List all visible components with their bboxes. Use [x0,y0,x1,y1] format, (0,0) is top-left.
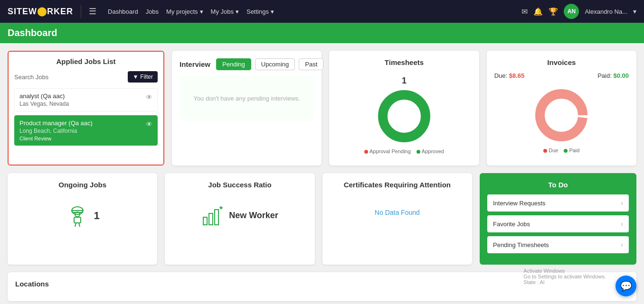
invoices-title: Invoices [494,58,629,66]
svg-line-9 [75,223,76,227]
chat-button[interactable]: 💬 [616,276,636,296]
todo-label-favorite: Favorite Jobs [493,221,530,228]
ongoing-count: 1 [94,210,100,222]
todo-label-interview: Interview Requests [493,200,546,207]
filter-icon: ▼ [133,74,138,80]
success-icon: ★ [201,204,224,227]
success-label: New Worker [229,211,278,221]
due-label: Due: [494,72,507,79]
todo-arrow-3: › [621,241,623,249]
filter-button[interactable]: ▼ Filter [128,71,158,83]
due-amount: $8.65 [509,72,525,79]
ongoing-jobs-card: Ongoing Jobs 1 [8,173,157,265]
job-item-1[interactable]: analyst (Qa aac) Las Vegas, Nevada 👁 [14,88,158,111]
row-3: Locations [8,272,636,301]
applied-jobs-card: Applied Jobs List Search Jobs ▼ Filter a… [8,51,164,166]
search-label: Search Jobs [14,74,48,81]
paid-label: Paid: [597,72,612,79]
job-item-2[interactable]: Product manager (Qa aac) Long Beach, Cal… [14,115,158,146]
paid-amount: $0.00 [613,72,629,79]
avatar[interactable]: AN [564,4,579,19]
timesheets-card: Timesheets 1 Approval Pending Approved [329,51,479,166]
interview-tabs: Interview Pending Upcoming Past [180,58,314,70]
svg-rect-12 [209,213,213,225]
nav-settings[interactable]: Settings ▾ [246,8,274,15]
nav-myjobs[interactable]: My Jobs ▾ [211,8,239,15]
interview-card: Interview Pending Upcoming Past You don'… [172,51,322,166]
svg-text:★: ★ [218,204,224,211]
nav-links: Dashboard Jobs My projects ▾ My Jobs ▾ S… [108,8,274,15]
timesheets-legend: Approval Pending Approved [364,148,444,154]
certificates-card: Certificates Requiring Attention No Data… [322,173,472,265]
timesheets-donut [376,88,433,145]
todo-item-pending-timesheets[interactable]: Pending Timesheets › [487,236,629,253]
todo-item-favorite-jobs[interactable]: Favorite Jobs › [487,215,629,232]
mail-icon[interactable]: ✉ [521,7,528,16]
ongoing-jobs-title: Ongoing Jobs [15,181,150,189]
invoices-donut-container: Due Paid [494,83,629,157]
svg-point-4 [548,102,575,129]
svg-line-10 [79,223,80,227]
locations-title: Locations [15,280,629,288]
job-location-1: Las Vegas, Nevada [19,101,69,107]
svg-point-1 [391,103,417,129]
job-title-1: analyst (Qa aac) [19,92,69,100]
page-header: Dashboard [0,23,644,43]
job-success-card: Job Success Ratio ★ New Worker [165,173,314,265]
job-success-title: Job Success Ratio [172,181,307,189]
nav-dashboard[interactable]: Dashboard [108,8,138,15]
bell-icon[interactable]: 🔔 [533,7,543,16]
nav-divider [81,5,81,18]
nav-right: ✉ 🔔 🏆 AN Alexandro Na... ▾ [521,4,636,19]
worker-icon [66,204,89,228]
job-title-2: Product manager (Qa aac) [19,120,93,127]
username-dropdown-icon[interactable]: ▾ [633,8,636,15]
timesheets-count: 1 [402,76,407,86]
main-content: Applied Jobs List Search Jobs ▼ Filter a… [0,43,644,304]
page-title: Dashboard [8,28,57,38]
trophy-icon[interactable]: 🏆 [549,7,558,16]
applied-jobs-title: Applied Jobs List [14,57,158,65]
job-list: analyst (Qa aac) Las Vegas, Nevada 👁 Pro… [14,88,158,146]
certificates-title: Certificates Requiring Attention [330,181,464,189]
tab-past[interactable]: Past [299,58,323,70]
svg-rect-11 [203,217,207,225]
success-section: ★ New Worker [172,194,307,236]
timesheets-title: Timesheets [337,58,471,66]
todo-card: To Do Interview Requests › Favorite Jobs… [480,173,636,265]
invoices-legend: Due Paid [543,147,579,153]
tab-pending[interactable]: Pending [216,58,251,70]
todo-arrow-1: › [621,199,623,207]
eye-icon-2[interactable]: 👁 [146,120,152,128]
username[interactable]: Alexandro Na... [585,8,627,15]
interview-empty: You don't have any pending interviews. [180,76,314,121]
timesheets-donut-container: 1 Approval Pending Approved [337,72,471,158]
svg-rect-8 [74,217,81,223]
hamburger-icon[interactable]: ☰ [89,6,96,17]
todo-item-interview-requests[interactable]: Interview Requests › [487,194,629,212]
invoices-card: Invoices Due: $8.65 Paid: $0.00 Due Paid [487,51,636,166]
todo-title: To Do [487,181,629,189]
interview-label: Interview [180,60,210,68]
row-1: Applied Jobs List Search Jobs ▼ Filter a… [8,51,636,166]
nav-myprojects[interactable]: My projects ▾ [166,8,203,15]
eye-icon-1[interactable]: 👁 [146,93,152,101]
job-location-2: Long Beach, California [19,128,93,134]
row-2: Ongoing Jobs 1 Job Success R [8,173,636,265]
worker-section: 1 [15,194,150,237]
no-data: No Data Found [330,194,464,230]
todo-arrow-2: › [621,220,623,228]
svg-rect-13 [215,210,218,225]
todo-label-pending: Pending Timesheets [493,241,549,249]
brand-logo: SITEW⬤RKER [8,6,73,17]
nav-jobs[interactable]: Jobs [146,8,159,15]
invoices-donut [533,87,590,144]
job-status-2: Client Review [19,136,93,141]
chat-icon: 💬 [620,280,632,292]
locations-card: Locations [8,272,636,301]
search-filter-row: Search Jobs ▼ Filter [14,71,158,83]
invoice-amounts: Due: $8.65 Paid: $0.00 [494,72,629,79]
tab-upcoming[interactable]: Upcoming [255,58,295,70]
navbar: SITEW⬤RKER ☰ Dashboard Jobs My projects … [0,0,644,23]
